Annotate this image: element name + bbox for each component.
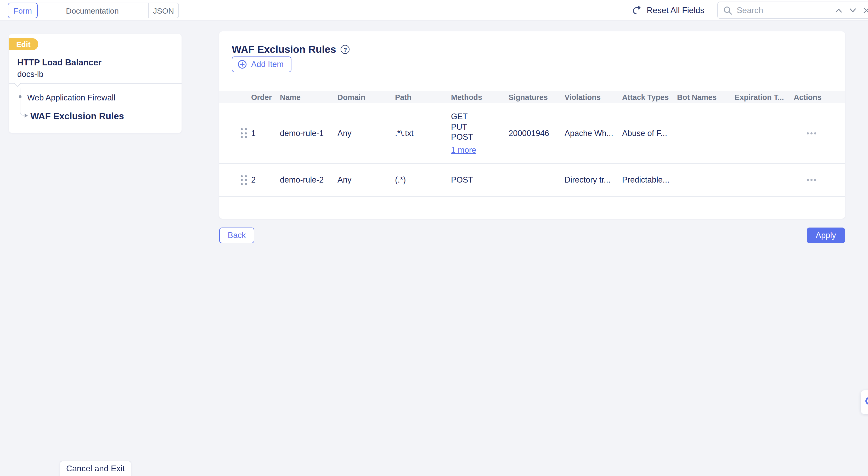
help-ring-icon	[865, 397, 868, 405]
search-box	[717, 2, 868, 19]
view-tabgroup: Form Documentation JSON	[8, 3, 179, 18]
cell-violations: Directory tr...	[564, 175, 622, 185]
sidebar-title: HTTP Load Balancer	[17, 58, 101, 67]
cell-domain: Any	[338, 175, 395, 185]
reset-all-fields-label: Reset All Fields	[647, 6, 705, 15]
undo-icon	[632, 5, 643, 15]
main-card: WAF Exclusion Rules ? Add Item Order Nam…	[219, 31, 845, 219]
col-order: Order	[251, 93, 280, 101]
cell-path: (.*)	[395, 175, 451, 185]
table-row: 2 demo-rule-2 Any (.*) POST Directory tr…	[219, 164, 845, 197]
topbar: Form Documentation JSON Reset All Fields	[0, 0, 868, 21]
sidebar-card: Edit HTTP Load Balancer docs-lb Web Appl…	[9, 34, 182, 133]
cell-signatures: 200001946	[508, 128, 564, 138]
sidebar-subtitle: docs-lb	[17, 70, 43, 79]
add-item-button[interactable]: Add Item	[232, 57, 291, 72]
search-next-icon[interactable]	[849, 8, 857, 13]
row-actions-icon[interactable]	[794, 132, 829, 134]
page-title: WAF Exclusion Rules	[232, 43, 336, 56]
method-item: GET	[451, 112, 508, 122]
tab-form[interactable]: Form	[8, 3, 38, 18]
tab-json[interactable]: JSON	[148, 3, 179, 18]
cell-attack-types: Predictable...	[622, 175, 677, 185]
tree-bullet-icon	[19, 95, 22, 98]
sidebar-divider	[9, 83, 182, 84]
cell-methods: GET PUT POST 1 more	[451, 112, 508, 155]
cell-violations: Apache Wh...	[564, 128, 622, 138]
floating-help-widget[interactable]	[861, 390, 868, 414]
search-input[interactable]	[737, 5, 830, 15]
col-methods: Methods	[451, 93, 508, 101]
table-row: 1 demo-rule-1 Any .*\.txt GET PUT POST 1…	[219, 103, 845, 164]
cell-methods: POST	[451, 175, 508, 185]
col-expiration: Expiration T...	[735, 93, 794, 101]
search-divider	[830, 5, 830, 15]
waf-rules-table: Order Name Domain Path Methods Signature…	[219, 91, 845, 197]
cell-attack-types: Abuse of F...	[622, 128, 677, 138]
sidebar-item-waf-exclusion-rules[interactable]: WAF Exclusion Rules	[30, 111, 124, 122]
col-bot-names: Bot Names	[677, 93, 735, 101]
col-path: Path	[395, 93, 451, 101]
cancel-and-exit-button[interactable]: Cancel and Exit	[60, 461, 131, 476]
col-domain: Domain	[338, 93, 395, 101]
table-header-row: Order Name Domain Path Methods Signature…	[219, 91, 845, 103]
col-signatures: Signatures	[508, 93, 564, 101]
apply-button[interactable]: Apply	[807, 227, 845, 243]
method-item: PUT	[451, 122, 508, 132]
search-icon	[723, 5, 733, 15]
row-actions-icon[interactable]	[794, 179, 829, 181]
tree-connector-line	[20, 88, 24, 116]
col-attack-types: Attack Types	[622, 93, 677, 101]
app-root: Form Documentation JSON Reset All Fields	[0, 0, 868, 476]
drag-handle-icon[interactable]	[241, 128, 247, 138]
drag-handle-icon[interactable]	[241, 175, 247, 185]
cell-name: demo-rule-1	[280, 128, 338, 138]
tab-documentation[interactable]: Documentation	[37, 3, 149, 18]
sidebar-item-web-application-firewall[interactable]: Web Application Firewall	[27, 93, 115, 102]
search-prev-icon[interactable]	[835, 8, 842, 13]
tree-arrow-icon	[25, 113, 28, 118]
cell-path: .*\.txt	[395, 128, 451, 138]
edit-badge: Edit	[9, 38, 38, 50]
method-item: POST	[451, 132, 508, 142]
col-actions: Actions	[794, 93, 829, 101]
help-icon[interactable]: ?	[341, 45, 350, 54]
sidebar-divider-notch	[14, 80, 21, 87]
more-methods-link[interactable]: 1 more	[451, 145, 508, 155]
reset-all-fields-button[interactable]: Reset All Fields	[632, 0, 705, 21]
cell-name: demo-rule-2	[280, 175, 338, 185]
add-item-label: Add Item	[251, 60, 284, 69]
plus-circle-icon	[238, 60, 247, 69]
search-close-icon[interactable]	[863, 7, 868, 13]
cell-order: 1	[251, 128, 280, 138]
cell-order: 2	[251, 175, 280, 185]
back-button[interactable]: Back	[219, 227, 254, 243]
col-violations: Violations	[564, 93, 622, 101]
cell-domain: Any	[338, 128, 395, 138]
col-name: Name	[280, 93, 338, 101]
